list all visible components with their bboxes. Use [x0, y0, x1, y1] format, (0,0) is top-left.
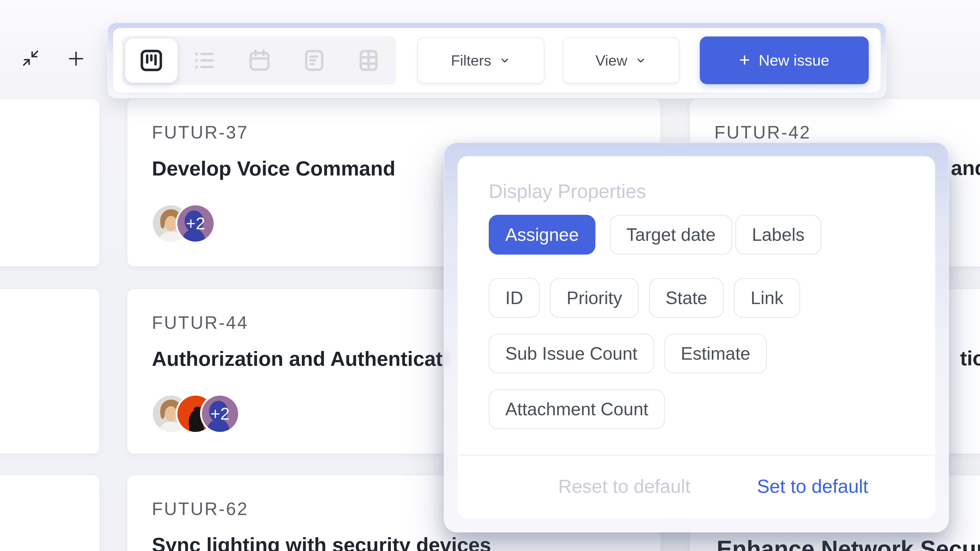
chevron-down-icon	[499, 55, 511, 66]
calendar-icon	[247, 48, 272, 73]
issue-id: FUTUR-37	[152, 122, 248, 143]
issue-id: FUTUR-62	[152, 499, 248, 519]
display-property-chip-sub-issue-count[interactable]: Sub Issue Count	[489, 333, 654, 373]
display-property-chip-priority[interactable]: Priority	[550, 278, 639, 318]
issue-title: Develop Voice Command	[152, 157, 395, 180]
issue-id: FUTUR-42	[714, 122, 811, 143]
collapse-arrows-icon[interactable]	[21, 49, 40, 67]
view-label: View	[595, 52, 627, 69]
layout-calendar-button[interactable]	[232, 36, 287, 85]
chevron-down-icon	[635, 55, 647, 66]
issue-title: Authorization and Authenticati	[152, 347, 448, 371]
table-icon	[355, 48, 382, 73]
display-property-chip-assignee[interactable]: Assignee	[489, 215, 595, 254]
issue-card[interactable]	[0, 98, 100, 267]
property-chip-row: Attachment Count	[489, 389, 665, 429]
view-button[interactable]: View	[563, 37, 679, 84]
layout-kanban-button[interactable]	[125, 38, 178, 83]
assignee-avatar-stack[interactable]: +2	[153, 395, 238, 432]
avatar-overflow-badge: +2	[177, 205, 213, 241]
plus-icon: +	[739, 51, 750, 69]
kanban-board-page: Filters View + New issue FUTUR-37 Develo…	[0, 0, 980, 551]
document-lines-icon	[301, 48, 327, 73]
layout-list-button[interactable]	[178, 36, 232, 85]
property-chip-row: Sub Issue CountEstimate	[489, 333, 767, 373]
filters-label: Filters	[451, 52, 491, 69]
reset-to-default-button[interactable]: Reset to default	[558, 475, 690, 497]
popover-title: Display Properties	[489, 180, 646, 202]
issue-card[interactable]	[0, 475, 100, 551]
new-issue-label: New issue	[759, 52, 829, 69]
avatar-overflow-count: +2	[202, 395, 238, 432]
display-property-chip-attachment-count[interactable]: Attachment Count	[489, 389, 665, 429]
list-icon	[192, 48, 218, 73]
display-properties-popover: Display Properties AssigneeTarget dateLa…	[458, 156, 935, 519]
issue-title: Sync lighting with security devices	[152, 534, 491, 551]
layout-spreadsheet-button[interactable]	[342, 36, 396, 85]
display-properties-popover-frame: Display Properties AssigneeTarget dateLa…	[444, 142, 949, 532]
avatar-overflow-count: +2	[177, 205, 213, 241]
assignee-avatar-stack[interactable]: +2	[153, 205, 213, 241]
toolbar: Filters View + New issue	[113, 28, 881, 93]
set-to-default-button[interactable]: Set to default	[757, 475, 868, 497]
property-chip-row: AssigneeTarget dateLabels	[489, 215, 821, 254]
display-property-chip-labels[interactable]: Labels	[735, 215, 821, 254]
avatar-overflow-badge: +2	[202, 395, 238, 432]
issue-title-fragment: tion	[960, 347, 980, 370]
filters-button[interactable]: Filters	[417, 37, 544, 84]
property-chip-row: IDPriorityStateLink	[489, 278, 800, 318]
plus-icon[interactable]	[66, 48, 86, 69]
issue-title-fragment: and	[951, 156, 980, 180]
issue-card[interactable]	[0, 289, 100, 454]
layout-sheet-button[interactable]	[287, 36, 342, 85]
issue-id: FUTUR-44	[152, 313, 248, 333]
divider	[458, 455, 935, 456]
display-property-chip-link[interactable]: Link	[734, 278, 800, 318]
display-property-chip-estimate[interactable]: Estimate	[664, 333, 767, 373]
display-property-chip-id[interactable]: ID	[489, 278, 540, 318]
display-property-chip-state[interactable]: State	[649, 278, 724, 318]
display-property-chip-target-date[interactable]: Target date	[610, 215, 732, 254]
kanban-board-icon	[138, 47, 165, 74]
issue-title-fragment: Enhance Network Secur	[717, 536, 980, 551]
new-issue-button[interactable]: + New issue	[700, 37, 869, 84]
layout-switcher	[122, 36, 396, 85]
toolbar-glass-frame: Filters View + New issue	[107, 22, 886, 98]
